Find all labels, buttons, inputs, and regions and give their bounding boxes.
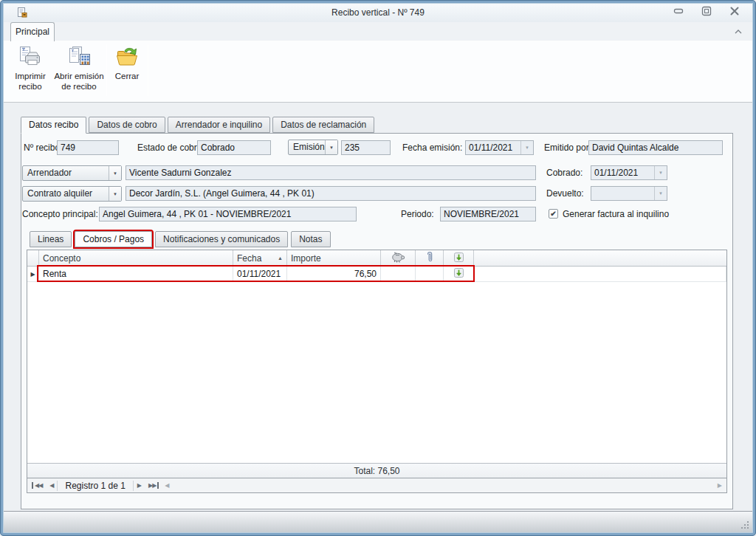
grid-footer: Total: 76,50 xyxy=(27,463,726,478)
cerrar-button[interactable]: Cerrar xyxy=(109,44,145,100)
arrendador-dropdown[interactable]: Arrendador ▼ xyxy=(22,165,122,181)
column-header-attachment[interactable] xyxy=(416,250,444,266)
download-arrow-icon xyxy=(454,252,464,264)
nav-next-button[interactable]: ▶ xyxy=(134,482,145,489)
nav-last-button[interactable]: ▶▶ xyxy=(145,482,159,489)
contrato-alquiler-field[interactable] xyxy=(126,186,536,201)
download-arrow-icon xyxy=(454,268,464,280)
resize-grip[interactable] xyxy=(740,520,750,530)
devuelto-field[interactable]: ▼ xyxy=(591,186,667,201)
fecha-emision-field[interactable]: 01/11/2021 ▼ xyxy=(465,140,534,155)
cell-concepto: Renta xyxy=(39,267,233,281)
cell-attachment xyxy=(416,267,444,281)
emision-dropdown[interactable]: Emisión ▼ xyxy=(288,140,338,155)
column-header-filler xyxy=(474,250,726,266)
contrato-alquiler-dropdown[interactable]: Contrato alquiler ▼ xyxy=(22,186,122,202)
cell-filler xyxy=(474,267,726,281)
column-header-piggy[interactable] xyxy=(381,250,416,266)
check-icon: ✔ xyxy=(550,210,556,218)
imprimir-recibo-button[interactable]: Imprimir recibo xyxy=(7,44,53,100)
estado-cobro-field[interactable] xyxy=(197,140,271,155)
nav-first-button[interactable]: ◀◀ xyxy=(32,482,46,489)
tab-datos-de-reclamacion[interactable]: Datos de reclamación xyxy=(272,117,374,133)
column-header-fecha[interactable]: Fecha ▲ xyxy=(233,250,287,266)
hscroll-left-icon[interactable]: ◀ xyxy=(160,482,173,489)
generar-factura-checkbox[interactable]: ✔ xyxy=(549,209,558,219)
emitido-por-label: Emitido por: xyxy=(544,140,591,155)
chevron-down-icon: ▼ xyxy=(520,141,533,154)
main-tab-strip: Datos recibo Datos de cobro Arrendador e… xyxy=(21,117,377,134)
estado-cobro-label: Estado de cobro: xyxy=(137,140,205,155)
emision-numero-field[interactable] xyxy=(341,140,391,155)
chevron-down-icon: ▼ xyxy=(109,166,121,180)
abrir-emision-button[interactable]: Abrir emisión de recibo xyxy=(53,44,105,100)
status-bar xyxy=(3,511,753,533)
paperclip-icon xyxy=(425,251,434,266)
ribbon-button-label: Cerrar xyxy=(115,72,140,82)
table-row[interactable]: ▶ Renta 01/11/2021 76,50 xyxy=(27,267,726,282)
cell-download-button[interactable] xyxy=(444,267,474,281)
chevron-down-icon: ▼ xyxy=(325,140,337,154)
ribbon-tab-principal[interactable]: Principal xyxy=(10,22,55,41)
chevron-down-icon: ▼ xyxy=(654,187,667,200)
open-emission-icon xyxy=(67,46,91,69)
indicator-column-header xyxy=(27,250,39,266)
ribbon-button-label: Imprimir recibo xyxy=(7,72,53,92)
close-folder-icon xyxy=(115,46,139,69)
cell-importe: 76,50 xyxy=(287,267,381,281)
emitido-por-field[interactable] xyxy=(588,140,723,155)
ribbon-separator xyxy=(148,44,148,96)
datos-recibo-panel: Nº recibo: Estado de cobro: Emisión ▼ Fe… xyxy=(21,133,733,509)
arrendador-dropdown-label: Arrendador xyxy=(23,166,109,180)
tab-arrendador-e-inquilino[interactable]: Arrendador e inquilino xyxy=(168,117,270,133)
ribbon-separator xyxy=(106,44,107,96)
app-window: Recibo vertical - Nº 749 Principal xyxy=(0,0,756,536)
cell-fecha: 01/11/2021 xyxy=(233,267,287,281)
column-header-download[interactable] xyxy=(444,250,474,266)
arrendador-field[interactable] xyxy=(126,165,536,180)
ribbon-body: Imprimir recibo Abrir emisión de recibo xyxy=(3,41,753,103)
emision-dropdown-label: Emisión xyxy=(289,140,325,154)
tab-datos-recibo[interactable]: Datos recibo xyxy=(21,117,86,134)
record-navigator: ◀◀ ◀ Registro 1 de 1 ▶ ▶▶ ◀ ▶ xyxy=(27,478,727,493)
print-receipt-icon xyxy=(18,46,42,69)
tab-datos-de-cobro[interactable]: Datos de cobro xyxy=(89,117,165,133)
window-title: Recibo vertical - Nº 749 xyxy=(3,7,753,18)
ribbon-collapse-icon[interactable] xyxy=(734,27,743,35)
cobrado-field[interactable]: 01/11/2021 ▼ xyxy=(591,165,667,180)
fecha-emision-label: Fecha emisión: xyxy=(402,140,462,155)
cobros-pagos-grid: Concepto Fecha ▲ Importe xyxy=(27,250,727,478)
close-button[interactable] xyxy=(729,6,740,16)
chevron-down-icon: ▼ xyxy=(654,166,667,179)
hscroll-right-icon[interactable]: ▶ xyxy=(713,482,726,489)
devuelto-label: Devuelto: xyxy=(546,186,584,201)
contrato-alquiler-dropdown-label: Contrato alquiler xyxy=(23,187,109,201)
grid-header: Concepto Fecha ▲ Importe xyxy=(27,250,726,267)
grid-empty-area xyxy=(27,282,726,463)
chevron-down-icon: ▼ xyxy=(109,187,121,201)
piggy-bank-icon xyxy=(391,252,405,265)
num-recibo-field[interactable] xyxy=(57,140,119,155)
row-indicator-icon: ▶ xyxy=(27,267,39,281)
restore-button[interactable] xyxy=(701,6,712,16)
title-bar[interactable]: Recibo vertical - Nº 749 xyxy=(3,3,753,22)
subtab-lineas[interactable]: Lineas xyxy=(30,231,72,247)
sort-asc-icon: ▲ xyxy=(278,255,283,261)
concepto-principal-label: Concepto principal: xyxy=(22,207,98,221)
nav-prev-button[interactable]: ◀ xyxy=(46,482,57,489)
grid-total: Total: 76,50 xyxy=(354,466,399,476)
periodo-field[interactable] xyxy=(440,207,536,221)
cobrado-label: Cobrado: xyxy=(546,165,583,180)
generar-factura-label: Generar factura al inquilino xyxy=(563,207,669,221)
subtab-cobros-pagos[interactable]: Cobros / Pagos xyxy=(75,231,152,247)
subtab-notas[interactable]: Notas xyxy=(291,231,330,247)
concepto-principal-field[interactable] xyxy=(99,207,357,221)
periodo-label: Periodo: xyxy=(401,207,434,221)
record-count-label: Registro 1 de 1 xyxy=(57,481,133,491)
column-header-importe[interactable]: Importe xyxy=(287,250,381,266)
cell-piggy xyxy=(381,267,416,281)
subtab-notificaciones[interactable]: Notificaciones y comunicados xyxy=(155,231,288,247)
column-header-concepto[interactable]: Concepto xyxy=(39,250,233,266)
minimize-button[interactable] xyxy=(673,6,684,16)
ribbon-button-label: Abrir emisión de recibo xyxy=(53,72,105,92)
